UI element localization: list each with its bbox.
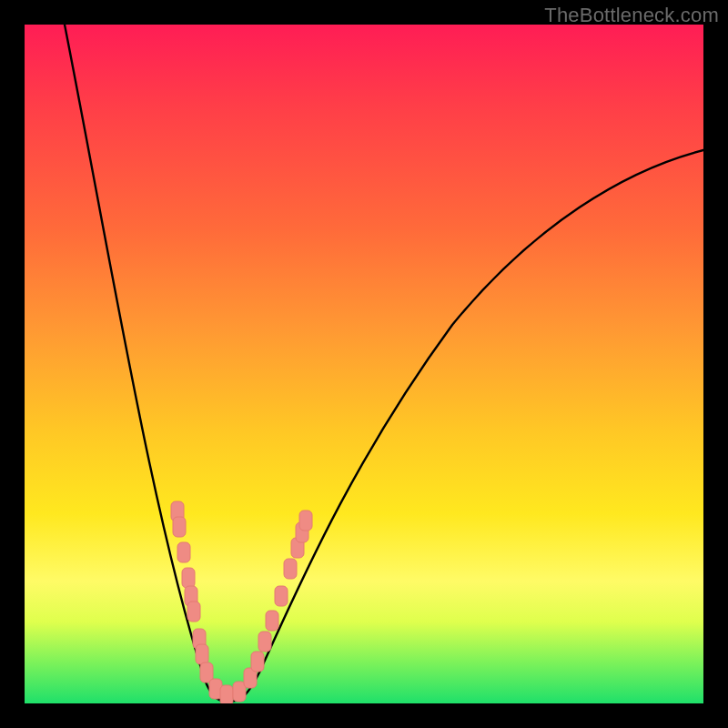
- data-marker: [275, 586, 288, 606]
- data-marker: [258, 632, 271, 652]
- data-marker: [299, 511, 312, 531]
- data-marker: [284, 559, 297, 579]
- data-marker: [196, 644, 208, 664]
- chart-svg: [25, 25, 703, 703]
- watermark-text: TheBottleneck.com: [544, 4, 719, 27]
- curve-right-branch: [228, 150, 703, 702]
- data-marker: [251, 652, 264, 672]
- data-marker: [266, 611, 278, 631]
- chart-plot-area: [25, 25, 703, 703]
- data-marker: [177, 542, 190, 562]
- chart-frame: TheBottleneck.com: [0, 0, 728, 728]
- data-marker: [187, 602, 200, 622]
- data-marker: [182, 568, 195, 588]
- curve-left-branch: [65, 25, 228, 702]
- data-marker: [220, 685, 233, 703]
- data-marker: [173, 517, 186, 537]
